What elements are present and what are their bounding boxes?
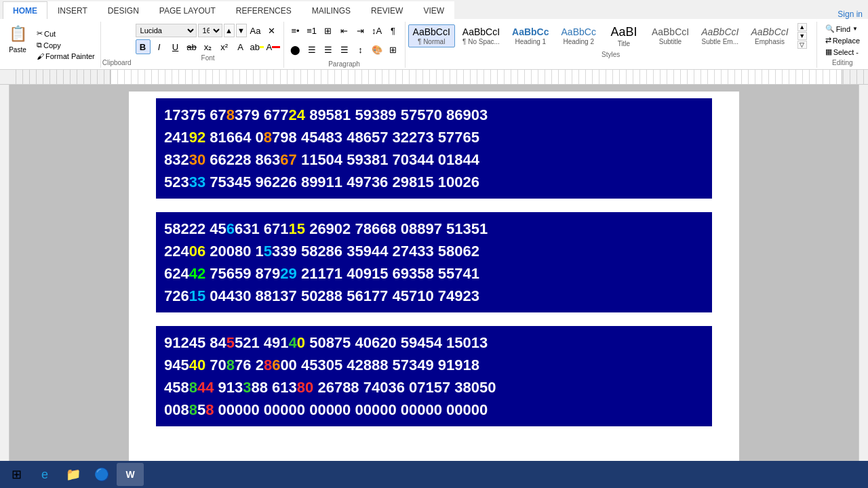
sort-button[interactable]: ↕A [370, 23, 384, 38]
find-label: Find [836, 25, 850, 33]
text-line-2-1: 58222 456631 67115 26902 78668 08897 513… [164, 218, 704, 240]
font-size-increase-button[interactable]: ▲ [224, 24, 235, 37]
replace-label: Replace [833, 37, 860, 45]
taskbar-start-button[interactable]: ⊞ [3, 463, 30, 486]
style-subtle-em-preview: AaBbCcI [701, 26, 738, 38]
replace-button[interactable]: ⇄ Replace [823, 35, 863, 46]
style-title[interactable]: AaBI Title [604, 23, 644, 49]
shading-button[interactable]: 🎨 [370, 43, 384, 58]
taskbar-ie-button[interactable]: e [31, 463, 58, 486]
font-size-decrease-button[interactable]: ▼ [236, 24, 247, 37]
ruler [0, 70, 868, 85]
strikethrough-button[interactable]: ab [184, 39, 199, 54]
format-painter-label: Format Painter [45, 52, 95, 60]
clipboard-sub: ✂ Cut ⧉ Copy 🖌 Format Painter [34, 22, 98, 68]
align-center-button[interactable]: ☰ [304, 43, 319, 58]
decrease-indent-button[interactable]: ⇤ [337, 23, 352, 38]
folder-icon: 📁 [65, 466, 81, 483]
tab-view[interactable]: VIEW [413, 1, 454, 19]
vertical-ruler [0, 85, 9, 474]
paragraph-group: ≡• ≡1 ⊞ ⇤ ⇥ ↕A ¶ ⬤ ☰ ☰ ☰ ↕ 🎨 ⊞ Paragraph [284, 22, 406, 68]
style-heading1-preview: AaBbCc [512, 26, 549, 38]
scissors-icon: ✂ [37, 29, 43, 38]
tab-page-layout[interactable]: PAGE LAYOUT [149, 1, 226, 19]
style-subtle-em[interactable]: AaBbCcI Subtle Em... [696, 24, 743, 47]
font-color-button[interactable]: A [266, 39, 281, 54]
tab-home[interactable]: HOME [3, 1, 47, 19]
tab-references[interactable]: REFERENCES [226, 1, 302, 19]
text-line-3-4: 008858 00000 00000 00000 00000 00000 000… [164, 399, 704, 421]
text-line-3-3: 458844 913388 61380 26788 74036 07157 38… [164, 376, 704, 399]
bullets-button[interactable]: ≡• [288, 23, 303, 38]
styles-group: AaBbCcI ¶ Normal AaBbCcI ¶ No Spac... Aa… [406, 22, 817, 68]
style-no-spacing-preview: AaBbCcI [462, 26, 500, 38]
text-line-1-1: 17375 678379 67724 89581 59389 57570 869… [164, 104, 704, 126]
font-name-select[interactable]: Lucida [136, 24, 197, 37]
tab-review[interactable]: REVIEW [361, 1, 413, 19]
multilevel-list-button[interactable]: ⊞ [321, 23, 336, 38]
align-right-button[interactable]: ☰ [321, 43, 336, 58]
tab-mailings[interactable]: MAILINGS [302, 1, 361, 19]
tab-design[interactable]: DESIGN [98, 1, 149, 19]
increase-indent-button[interactable]: ⇥ [353, 23, 368, 38]
select-icon: ▦ [825, 47, 832, 56]
document-scroll-area[interactable]: 17375 678379 67724 89581 59389 57570 869… [9, 85, 859, 474]
document-page: 17375 678379 67724 89581 59389 57570 869… [129, 92, 739, 471]
taskbar-folder-button[interactable]: 📁 [60, 463, 87, 486]
vertical-scrollbar[interactable] [859, 85, 868, 474]
replace-icon: ⇄ [825, 36, 831, 45]
change-case-button[interactable]: Aa [248, 23, 263, 38]
text-effects-button[interactable]: A [233, 39, 248, 54]
format-painter-icon: 🖌 [37, 52, 44, 60]
superscript-button[interactable]: x² [217, 39, 232, 54]
borders-button[interactable]: ⊞ [386, 43, 401, 58]
styles-label: Styles [408, 49, 814, 58]
style-subtitle[interactable]: AaBbCcI Subtitle [647, 24, 694, 47]
ie-icon: e [37, 466, 53, 483]
find-button[interactable]: 🔍 Find ▼ [823, 23, 863, 35]
style-no-spacing[interactable]: AaBbCcI ¶ No Spac... [458, 24, 505, 47]
copy-button[interactable]: ⧉ Copy [34, 40, 98, 50]
copy-label: Copy [43, 41, 61, 49]
line-spacing-button[interactable]: ↕ [353, 43, 368, 58]
font-size-select[interactable]: 16.5 [198, 24, 222, 37]
numbering-button[interactable]: ≡1 [304, 23, 319, 38]
bold-button[interactable]: B [136, 39, 151, 54]
font-row1: Lucida 16.5 ▲ ▼ Aa ✕ [136, 23, 281, 38]
select-label: Select - [833, 48, 859, 56]
format-painter-button[interactable]: 🖌 Format Painter [34, 52, 98, 61]
taskbar-word-button[interactable]: W [117, 463, 144, 486]
align-left-button[interactable]: ⬤ [288, 43, 303, 58]
style-heading2-preview: AaBbCc [561, 26, 596, 38]
style-heading2[interactable]: AaBbCc Heading 2 [557, 24, 601, 47]
style-subtitle-label: Subtitle [659, 38, 682, 45]
styles-more-button[interactable]: ▽ [797, 41, 807, 49]
style-emphasis-label: Emphasis [755, 38, 785, 45]
styles-scroll-up-button[interactable]: ▲ [797, 23, 807, 31]
style-normal-preview: AaBbCcI [413, 26, 450, 38]
styles-scroll: ▲ ▼ ▽ [797, 23, 807, 49]
style-normal[interactable]: AaBbCcI ¶ Normal [408, 24, 455, 47]
style-heading1[interactable]: AaBbCc Heading 1 [507, 24, 553, 47]
highlight-color-button[interactable]: ab [250, 39, 264, 54]
paste-button[interactable]: 📋 Paste [3, 22, 33, 68]
select-button[interactable]: ▦ Select - [823, 46, 863, 58]
text-line-2-3: 62442 75659 87929 21171 40915 69358 5574… [164, 262, 704, 285]
cut-button[interactable]: ✂ Cut [34, 28, 98, 39]
sign-in-button[interactable]: Sign in [837, 9, 863, 19]
subscript-button[interactable]: x₂ [201, 39, 216, 54]
text-line-3-2: 94540 70876 28600 45305 42888 57349 9191… [164, 354, 704, 376]
tab-insert[interactable]: INSERT [47, 1, 98, 19]
style-subtitle-preview: AaBbCcI [652, 26, 689, 38]
italic-button[interactable]: I [152, 39, 167, 54]
cut-label: Cut [44, 30, 56, 38]
style-emphasis[interactable]: AaBbCcI Emphasis [746, 24, 793, 47]
taskbar-app3-button[interactable]: 🔵 [88, 463, 115, 486]
text-line-3-1: 91245 845521 49140 50875 40620 59454 150… [164, 331, 704, 354]
underline-button[interactable]: U [168, 39, 183, 54]
styles-scroll-down-button[interactable]: ▼ [797, 32, 807, 40]
clear-formatting-button[interactable]: ✕ [264, 23, 279, 38]
text-block-1: 17375 678379 67724 89581 59389 57570 869… [156, 98, 712, 199]
show-paragraph-button[interactable]: ¶ [386, 23, 401, 38]
justify-button[interactable]: ☰ [337, 43, 352, 58]
